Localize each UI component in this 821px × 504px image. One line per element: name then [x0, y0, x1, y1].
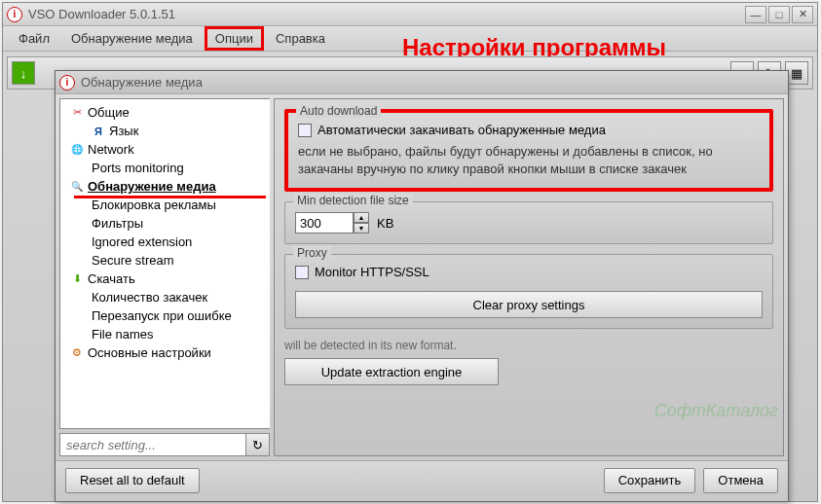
monitor-https-label: Monitor HTTPS/SSL: [315, 265, 429, 279]
tree-item-label: Язык: [109, 124, 138, 138]
tree-item-label: File names: [92, 327, 154, 342]
auto-download-label: Автоматически закачивать обнаруженные ме…: [317, 123, 606, 137]
dialog-footer: Reset all to default Сохранить Отмена: [56, 460, 788, 499]
options-dialog: i Обнаружение медиа ОбщиеЯзыкNetworkPort…: [55, 70, 789, 502]
ic-net-icon: [70, 143, 84, 157]
tree-panel: ОбщиеЯзыкNetworkPorts monitoringОбнаруже…: [56, 94, 274, 460]
tree-item-label: Скачать: [88, 271, 135, 286]
settings-tree[interactable]: ОбщиеЯзыкNetworkPorts monitoringОбнаруже…: [59, 98, 270, 429]
search-button[interactable]: ↻: [246, 433, 270, 456]
spinner-down-icon[interactable]: ▼: [354, 223, 369, 234]
main-window-title: VSO Downloader 5.0.1.51: [28, 7, 745, 21]
search-input[interactable]: [59, 433, 246, 456]
tree-item-label: Количество закачек: [92, 290, 207, 305]
main-window-controls: — □ ✕: [745, 6, 813, 23]
auto-download-group: Auto download Автоматически закачивать о…: [284, 109, 773, 192]
tree-item-label: Secure stream: [92, 253, 174, 268]
dialog-title: Обнаружение медиа: [81, 75, 784, 90]
monitor-https-checkbox[interactable]: [295, 266, 309, 279]
tree-item[interactable]: Ignored extension: [60, 233, 270, 251]
selection-underline: [74, 196, 266, 198]
ic-search-icon: [70, 180, 84, 194]
dialog-icon: i: [59, 75, 75, 90]
tree-item[interactable]: Язык: [60, 122, 270, 140]
tree-item-label: Обнаружение медиа: [88, 179, 216, 194]
minimize-button[interactable]: —: [745, 6, 766, 23]
update-extraction-button[interactable]: Update extraction engine: [284, 358, 499, 385]
tree-item[interactable]: Общие: [60, 103, 270, 122]
save-button[interactable]: Сохранить: [604, 468, 696, 493]
menu-help[interactable]: Справка: [266, 27, 335, 50]
dialog-titlebar: i Обнаружение медиа: [56, 71, 788, 94]
min-size-input[interactable]: [295, 212, 354, 234]
cancel-button[interactable]: Отмена: [703, 468, 778, 493]
clear-proxy-button[interactable]: Clear proxy settings: [295, 291, 763, 318]
proxy-group: Proxy Monitor HTTPS/SSL Clear proxy sett…: [284, 254, 773, 329]
tree-item-label: Ports monitoring: [92, 161, 184, 175]
tree-item[interactable]: Основные настройки: [60, 343, 270, 362]
tree-item[interactable]: Скачать: [60, 270, 270, 288]
min-size-legend: Min detection file size: [293, 194, 413, 207]
tree-item[interactable]: Network: [60, 140, 270, 159]
tree-item-label: Общие: [88, 105, 130, 120]
tree-item[interactable]: Secure stream: [60, 251, 270, 270]
reset-button[interactable]: Reset all to default: [65, 468, 200, 493]
app-icon: i: [7, 7, 22, 22]
close-button[interactable]: ✕: [792, 6, 813, 23]
tree-item-label: Ignored extension: [92, 234, 192, 249]
download-icon[interactable]: ↓: [12, 61, 35, 85]
proxy-legend: Proxy: [293, 246, 331, 260]
main-titlebar: i VSO Downloader 5.0.1.51 — □ ✕: [3, 3, 817, 26]
spinner-up-icon[interactable]: ▲: [354, 212, 369, 223]
tree-item[interactable]: Обнаружение медиа: [60, 177, 270, 196]
tree-item-label: Основные настройки: [88, 345, 211, 360]
ic-down-icon: [70, 272, 84, 286]
ic-tool-icon: [70, 106, 84, 120]
content-panel: Auto download Автоматически закачивать о…: [274, 94, 788, 460]
tree-item-label: Network: [88, 142, 134, 157]
ic-gear-icon: [70, 346, 84, 360]
auto-download-checkbox[interactable]: [298, 124, 312, 137]
ic-lang-icon: [92, 125, 105, 138]
tree-item[interactable]: Ports monitoring: [60, 159, 270, 177]
min-size-group: Min detection file size ▲ ▼ KB: [284, 201, 773, 244]
truncated-text: will be detected in its new format.: [284, 339, 773, 352]
tree-item[interactable]: Перезапуск при ошибке: [60, 306, 270, 325]
min-size-unit: KB: [377, 216, 393, 231]
menu-file[interactable]: Файл: [9, 27, 59, 50]
auto-download-description: если не выбрано, файлы будут обнаружены …: [298, 143, 760, 178]
menu-options[interactable]: Опции: [205, 26, 264, 51]
menu-media-detection[interactable]: Обнаружение медиа: [61, 27, 203, 50]
tree-item[interactable]: Количество закачек: [60, 288, 270, 306]
auto-download-legend: Auto download: [296, 104, 381, 118]
tree-item-label: Блокировка рекламы: [92, 198, 216, 212]
maximize-button[interactable]: □: [768, 6, 790, 23]
tree-item-label: Фильтры: [92, 216, 143, 231]
tree-item[interactable]: File names: [60, 325, 270, 343]
tree-item-label: Перезапуск при ошибке: [92, 308, 232, 323]
tree-item[interactable]: Фильтры: [60, 214, 270, 233]
